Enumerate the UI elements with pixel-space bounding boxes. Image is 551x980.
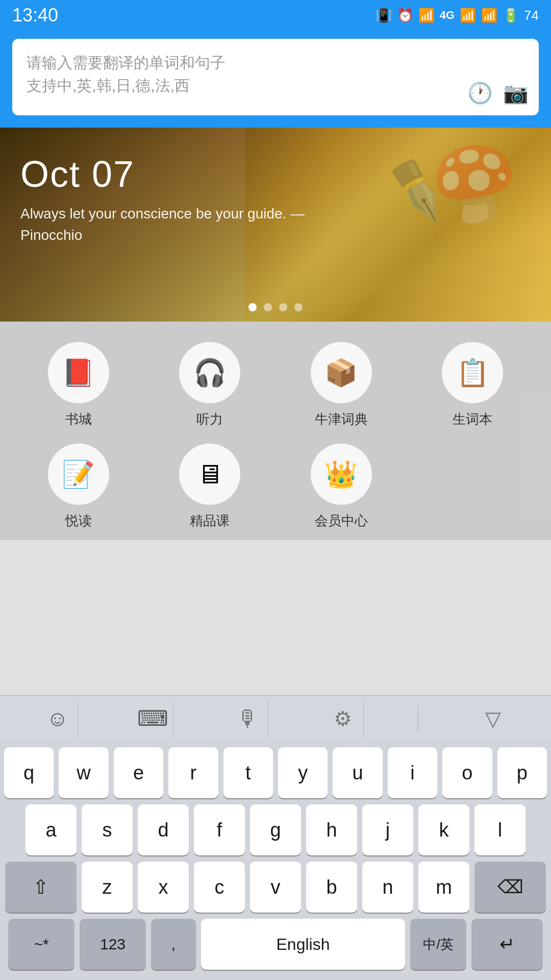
bookstore-label: 书城 — [65, 410, 92, 428]
key-b[interactable]: b — [306, 862, 357, 913]
key-f[interactable]: f — [194, 804, 245, 855]
app-courses[interactable]: 🖥 精品课 — [147, 444, 273, 530]
battery-level: 74 — [524, 8, 539, 23]
key-i[interactable]: i — [388, 747, 437, 798]
mic-button[interactable]: 🎙 — [228, 701, 268, 737]
yueyue-icon: 📝 — [48, 444, 109, 505]
key-u[interactable]: u — [333, 747, 382, 798]
app-wordbook[interactable]: 📋 生词本 — [410, 342, 536, 428]
keyboard-keys: q w e r t y u i o p a s d f g h j k l ⇧ … — [0, 741, 551, 980]
status-time: 13:40 — [12, 5, 58, 26]
banner-pagination — [248, 303, 303, 311]
keyboard-layout-button[interactable]: ⌨ — [133, 701, 173, 737]
key-g[interactable]: g — [250, 804, 301, 855]
history-icon[interactable]: 🕐 — [467, 81, 493, 105]
wordbook-icon: 📋 — [442, 342, 503, 403]
search-placeholder: 请输入需要翻译的单词和句子 支持中,英,韩,日,德,法,西 — [27, 51, 524, 97]
keyboard-area: ☺ ⌨ 🎙 ⚙ ▽ q w e r t y u i o p a s d f g … — [0, 695, 551, 980]
oxford-label: 牛津词典 — [315, 410, 368, 428]
banner-content: Oct 07 Always let your conscience be you… — [0, 128, 551, 272]
signal-4g-icon: 4G — [440, 9, 455, 22]
key-row-1: q w e r t y u i o p — [4, 747, 547, 798]
shift-key[interactable]: ⇧ — [5, 862, 77, 913]
comma-key[interactable]: , — [151, 919, 196, 970]
backspace-key[interactable]: ⌫ — [474, 862, 546, 913]
key-k[interactable]: k — [418, 804, 469, 855]
app-grid-row1: 📕 书城 🎧 听力 📦 牛津词典 📋 生词本 — [15, 342, 536, 428]
yueyue-label: 悦读 — [65, 512, 92, 530]
return-key[interactable]: ↵ — [471, 919, 543, 970]
banner: 🍄 ✒️ Oct 07 Always let your conscience b… — [0, 128, 551, 322]
signal-bars2-icon: 📶 — [481, 8, 497, 23]
banner-dot-4[interactable] — [294, 303, 303, 311]
status-bar: 13:40 📳 ⏰ 📶 4G 📶 📶 🔋 74 — [0, 0, 551, 31]
banner-date: Oct 07 — [20, 153, 531, 195]
status-icons: 📳 ⏰ 📶 4G 📶 📶 🔋 74 — [375, 8, 539, 23]
toolbar-divider — [418, 706, 418, 731]
keyboard-toolbar: ☺ ⌨ 🎙 ⚙ ▽ — [0, 695, 551, 741]
key-p[interactable]: p — [497, 747, 547, 798]
symbols-key[interactable]: ~* — [8, 919, 74, 970]
key-s[interactable]: s — [82, 804, 133, 855]
app-empty — [410, 444, 536, 530]
camera-icon[interactable]: 📷 — [503, 81, 529, 105]
courses-icon: 🖥 — [179, 444, 240, 505]
wordbook-label: 生词本 — [453, 410, 492, 428]
search-box[interactable]: 请输入需要翻译的单词和句子 支持中,英,韩,日,德,法,西 🕐 📷 — [12, 39, 539, 115]
settings-button[interactable]: ⚙ — [323, 701, 364, 737]
key-row-2: a s d f g h j k l — [4, 804, 547, 855]
banner-dot-3[interactable] — [279, 303, 287, 311]
numbers-key[interactable]: 123 — [80, 919, 146, 970]
app-oxford[interactable]: 📦 牛津词典 — [278, 342, 405, 428]
search-bar-container: 请输入需要翻译的单词和句子 支持中,英,韩,日,德,法,西 🕐 📷 — [0, 31, 551, 128]
key-t[interactable]: t — [223, 747, 273, 798]
oxford-icon: 📦 — [311, 342, 372, 403]
vip-label: 会员中心 — [315, 512, 368, 530]
key-n[interactable]: n — [362, 862, 413, 913]
banner-quote: Always let your conscience be your guide… — [20, 203, 327, 246]
key-o[interactable]: o — [442, 747, 492, 798]
wifi-icon: 📶 — [418, 8, 435, 23]
signal-bars-icon: 📶 — [460, 8, 476, 23]
space-key[interactable]: English — [201, 919, 405, 970]
app-grid-section: 📕 书城 🎧 听力 📦 牛津词典 📋 生词本 📝 悦读 🖥 精品课 👑 会员中心 — [0, 322, 551, 540]
key-x[interactable]: x — [138, 862, 189, 913]
key-q[interactable]: q — [4, 747, 54, 798]
courses-label: 精品课 — [190, 512, 230, 530]
key-d[interactable]: d — [138, 804, 189, 855]
key-v[interactable]: v — [250, 862, 301, 913]
listening-icon: 🎧 — [179, 342, 240, 403]
key-m[interactable]: m — [418, 862, 469, 913]
banner-dot-1[interactable] — [248, 303, 257, 311]
key-row-3: ⇧ z x c v b n m ⌫ — [4, 862, 547, 913]
app-bookstore[interactable]: 📕 书城 — [15, 342, 142, 428]
key-l[interactable]: l — [474, 804, 525, 855]
key-a[interactable]: a — [26, 804, 77, 855]
listening-label: 听力 — [196, 410, 223, 428]
app-grid-row2: 📝 悦读 🖥 精品课 👑 会员中心 — [15, 444, 536, 530]
app-vip[interactable]: 👑 会员中心 — [278, 444, 405, 530]
vip-icon: 👑 — [311, 444, 372, 505]
app-listening[interactable]: 🎧 听力 — [147, 342, 273, 428]
lang-switch-key[interactable]: 中/英 — [410, 919, 466, 970]
vibrate-icon: 📳 — [375, 8, 392, 23]
emoji-button[interactable]: ☺ — [37, 701, 78, 737]
app-yueyue[interactable]: 📝 悦读 — [15, 444, 142, 530]
banner-dot-2[interactable] — [264, 303, 272, 311]
key-z[interactable]: z — [82, 862, 133, 913]
key-y[interactable]: y — [278, 747, 328, 798]
battery-icon: 🔋 — [503, 8, 519, 23]
alarm-icon: ⏰ — [397, 8, 413, 23]
key-row-4: ~* 123 , English 中/英 ↵ — [4, 919, 547, 970]
search-action-icons: 🕐 📷 — [467, 81, 529, 105]
collapse-keyboard-button[interactable]: ▽ — [473, 701, 514, 737]
key-j[interactable]: j — [362, 804, 413, 855]
key-h[interactable]: h — [306, 804, 357, 855]
bookstore-icon: 📕 — [48, 342, 109, 403]
key-e[interactable]: e — [114, 747, 163, 798]
key-c[interactable]: c — [194, 862, 245, 913]
key-r[interactable]: r — [168, 747, 218, 798]
key-w[interactable]: w — [59, 747, 108, 798]
